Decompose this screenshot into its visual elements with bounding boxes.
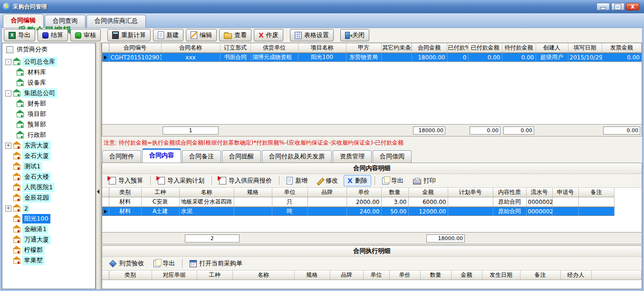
table-settings-button[interactable]: 表格设置 (290, 29, 334, 41)
column-header[interactable]: 供货单位 (250, 43, 298, 53)
cell[interactable]: 地板采暖分水器四路 (179, 197, 234, 207)
collapse-arrow-icon[interactable] (97, 189, 99, 194)
cell[interactable]: 书面合同 (220, 53, 250, 62)
tab-supplier-summary[interactable]: 合同供应商汇总 (87, 15, 146, 28)
cell[interactable]: 3.00 (381, 197, 408, 207)
cell[interactable]: 淄博元成物资租 (250, 53, 298, 62)
import-budget-button[interactable]: 导入预算 (105, 175, 147, 186)
cell[interactable]: 2000.00 (346, 197, 381, 207)
cell[interactable] (381, 53, 412, 62)
export-exec-button[interactable]: 导出 (150, 258, 179, 269)
column-header[interactable]: 数量 (420, 271, 451, 280)
column-header[interactable]: 工种 (197, 271, 232, 280)
restore-button[interactable] (611, 3, 625, 10)
column-header[interactable]: 规格 (294, 271, 330, 280)
column-header[interactable]: 发生日期 (482, 271, 520, 280)
column-header[interactable]: 申请号 (552, 188, 578, 197)
tab-contract-attachments[interactable]: 合同附件 (102, 150, 141, 163)
settle-button[interactable]: 结算 (38, 29, 68, 41)
view-button[interactable]: 查看 (219, 29, 251, 41)
column-header[interactable]: 创建人 (536, 43, 568, 53)
tab-contract-reminder[interactable]: 合同提醒 (222, 150, 261, 163)
tab-qualification[interactable]: 资质管理 (333, 150, 372, 163)
tree-item-2[interactable]: +2 (2, 203, 95, 213)
column-header[interactable]: 备注 (578, 188, 614, 197)
cell[interactable] (234, 197, 272, 207)
expander-icon[interactable]: + (5, 143, 11, 149)
column-header[interactable]: 经办人 (560, 271, 591, 280)
column-header[interactable]: 单价 (389, 271, 420, 280)
tab-payment-invoices[interactable]: 合同付款及相关发票 (262, 150, 332, 163)
cell[interactable]: 00000028 (526, 207, 552, 216)
tree-item-test1[interactable]: 测试1 (2, 161, 95, 172)
column-header[interactable]: 合同编号 (109, 43, 161, 53)
cell[interactable]: 水泥 (179, 207, 234, 216)
cell[interactable]: C安装 (141, 197, 179, 207)
cell[interactable]: xxx (161, 53, 220, 62)
column-header[interactable]: 合同名称 (161, 43, 220, 53)
column-header[interactable]: 已付款% (447, 43, 468, 53)
cell[interactable]: 50.00 (381, 207, 408, 216)
cell[interactable]: 原始合同 (493, 207, 526, 216)
expander-icon[interactable]: - (5, 59, 11, 65)
cell[interactable] (308, 197, 346, 207)
cell[interactable] (578, 207, 614, 216)
content-row[interactable]: 材料 C安装 地板采暖分水器四路 只 2000.00 3.00 6000.00 … (102, 197, 614, 207)
tree-item-sunshine100[interactable]: 阳光100 (2, 213, 95, 224)
cell[interactable]: A土建 (141, 207, 179, 216)
column-header[interactable]: 金额 (451, 271, 482, 280)
column-header[interactable]: 流水号 (526, 188, 552, 197)
tree-item-dongying-tower[interactable]: +东营大厦 (2, 140, 95, 151)
column-header[interactable]: 计划单号 (448, 188, 493, 197)
column-header[interactable]: 单位 (272, 188, 308, 197)
minimize-button[interactable] (596, 3, 610, 10)
column-header[interactable]: 其它约束条款 (381, 43, 412, 53)
column-header[interactable]: 工种 (141, 188, 179, 197)
export-button[interactable]: X导出 (4, 29, 35, 41)
cell[interactable]: 0.00 (502, 53, 536, 62)
cell[interactable]: 超级用户 (536, 53, 568, 62)
column-header[interactable]: 数量 (381, 188, 408, 197)
content-row-selected[interactable]: 材料 A土建 水泥 吨 240.00 50.00 12000.00 原始合同 0… (102, 207, 614, 216)
audit-button[interactable]: 审核 (70, 29, 101, 41)
column-header[interactable]: 单位 (363, 271, 389, 280)
tree-item-apple-villa[interactable]: 苹果墅 (2, 255, 95, 266)
cell[interactable]: 吨 (272, 207, 308, 216)
cell[interactable]: 18000.00 (412, 53, 447, 62)
import-purchase-plan-button[interactable]: 导入采购计划 (154, 175, 208, 186)
arrival-inspection-button[interactable]: 到货验收 (105, 258, 148, 269)
tree-item-project-dept[interactable]: 项目部 (2, 109, 95, 119)
cell[interactable]: 2015/10/29 (568, 53, 602, 62)
column-header[interactable]: 合同金额 (412, 43, 447, 53)
tab-contract-borrow[interactable]: 合同借阅 (373, 150, 412, 163)
sidebar-splitter[interactable] (96, 43, 102, 289)
checkbox-icon[interactable] (6, 46, 13, 53)
column-header[interactable]: 规格 (234, 188, 272, 197)
column-header[interactable]: 金额 (408, 188, 448, 197)
column-header[interactable]: 单价 (346, 188, 381, 197)
cell[interactable] (552, 207, 578, 216)
tree-item-company-warehouse[interactable]: -公司总仓库 (2, 57, 95, 67)
contract-row-selected[interactable]: CGHT2015102901 xxx 书面合同 淄博元成物资租 阳光100 东营… (102, 53, 642, 62)
cell[interactable] (234, 207, 272, 216)
column-header[interactable]: 待付款金额 (502, 43, 536, 53)
column-header[interactable]: 类别 (109, 271, 152, 280)
column-header[interactable]: 名称 (232, 271, 294, 280)
cell[interactable]: 材料 (109, 207, 141, 216)
cell[interactable] (552, 197, 578, 207)
tree-item-wantong-tower[interactable]: 万通大厦 (2, 234, 95, 245)
cell[interactable]: 00000027 (526, 197, 552, 207)
cell[interactable] (448, 207, 493, 216)
cell[interactable] (308, 207, 346, 216)
cell[interactable] (448, 197, 493, 207)
cell[interactable]: 0.00 (468, 53, 502, 62)
tree-item-lemon-county[interactable]: 柠檬郡 (2, 245, 95, 255)
column-header[interactable]: 品牌 (330, 271, 363, 280)
tree-item-equipment-store[interactable]: 设备库 (2, 78, 95, 88)
delete-row-button[interactable]: X删除 (344, 175, 371, 186)
expander-icon[interactable]: - (5, 90, 11, 97)
tree-item-material-store[interactable]: 材料库 (2, 67, 95, 78)
modify-row-button[interactable]: 修改 (313, 175, 342, 186)
tree-item-jinshi-tower[interactable]: 金石大厦 (2, 151, 95, 161)
tree-item-peoples-hospital[interactable]: 人民医院1 (2, 182, 95, 193)
